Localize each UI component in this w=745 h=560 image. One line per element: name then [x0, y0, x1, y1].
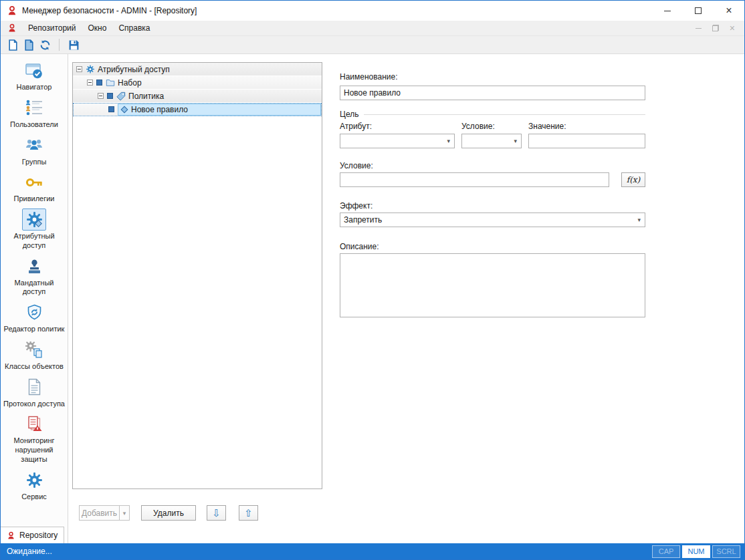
sidebar-item-label: Привилегии: [3, 194, 65, 204]
node-state-checkbox[interactable]: [108, 106, 114, 112]
mdi-restore-button[interactable]: [712, 25, 719, 31]
access-log-icon: [25, 378, 43, 396]
groups-icon: [25, 136, 43, 154]
add-button[interactable]: Добавить ▾: [79, 505, 130, 521]
sidebar-item-label: Пользователи: [3, 120, 65, 130]
attribute-label: Атрибут:: [340, 122, 372, 131]
sidebar-item-label: Атрибутный доступ: [3, 232, 65, 251]
effect-combobox[interactable]: Запретить ▾: [340, 213, 645, 227]
new-document-button[interactable]: [5, 37, 21, 53]
collapse-icon[interactable]: [76, 66, 82, 72]
key-icon: [25, 174, 43, 191]
mdi-close-button[interactable]: ×: [730, 23, 735, 33]
repository-tab-label: Repository: [19, 531, 58, 540]
tree-row-new-rule[interactable]: Новое правило: [73, 103, 322, 116]
sidebar-item-label: Классы объектов: [3, 362, 65, 372]
menu-help[interactable]: Справка: [112, 21, 156, 35]
sidebar-item-service[interactable]: Сервис: [2, 469, 66, 502]
maximize-button[interactable]: [683, 1, 714, 21]
sidebar-item-label: Редактор политик: [3, 325, 65, 334]
maximize-icon: [695, 7, 702, 14]
sidebar-item-groups[interactable]: Группы: [2, 134, 66, 167]
gear-node-icon: [86, 65, 95, 74]
folder-node-icon: [106, 78, 115, 87]
scroll-lock-indicator: SCRL: [712, 545, 740, 558]
sidebar-item-policy-editor[interactable]: Редактор политик: [2, 301, 66, 334]
description-textarea[interactable]: [340, 253, 645, 317]
tree-node-label: Атрибутный доступ: [98, 65, 170, 74]
policy-editor-icon: [25, 304, 43, 321]
name-input[interactable]: [340, 86, 645, 100]
chevron-down-icon: ▾: [514, 138, 518, 144]
minimize-button[interactable]: [652, 1, 683, 21]
policy-tree: Атрибутный доступ Набор Поли: [72, 62, 322, 489]
app-logo-icon: [7, 5, 17, 16]
content-area: Атрибутный доступ Набор Поли: [68, 54, 744, 543]
tree-node-label: Новое правило: [131, 105, 188, 114]
menu-repository[interactable]: Репозиторий: [22, 21, 82, 35]
sidebar-item-violation-monitoring[interactable]: Мониторинг нарушений защиты: [2, 413, 66, 464]
tree-actions: Добавить ▾ Удалить ⇩ ⇧: [72, 505, 258, 521]
sidebar-item-access-log[interactable]: Протокол доступа: [2, 376, 66, 409]
add-button-label: Добавить: [79, 505, 120, 521]
sidebar-item-label: Навигатор: [3, 83, 65, 92]
chevron-down-icon: ▾: [637, 217, 641, 223]
sidebar-item-privileges[interactable]: Привилегии: [2, 171, 66, 204]
attribute-access-icon: [25, 211, 43, 228]
close-button[interactable]: ×: [714, 1, 744, 21]
titlebar: Менеджер безопасности - ADMIN - [Reposit…: [1, 1, 744, 21]
move-down-button[interactable]: ⇩: [207, 505, 226, 521]
delete-button[interactable]: Удалить: [141, 505, 196, 521]
refresh-button[interactable]: [37, 37, 53, 53]
description-label: Описание:: [340, 242, 379, 251]
tree-node-label: Политика: [128, 92, 164, 101]
menu-window[interactable]: Окно: [82, 21, 113, 35]
condition-input[interactable]: [340, 172, 609, 187]
new-document-icon: [7, 39, 19, 51]
attribute-combobox[interactable]: ▾: [340, 134, 455, 148]
repository-tab[interactable]: Repository: [1, 527, 64, 543]
menubar: Репозиторий Окно Справка ×: [1, 21, 744, 36]
value-input[interactable]: [528, 134, 645, 148]
caps-lock-indicator: CAP: [652, 545, 680, 558]
save-button[interactable]: [66, 37, 82, 53]
tree-row-policy[interactable]: Политика: [73, 90, 322, 103]
sidebar-item-attribute-access[interactable]: Атрибутный доступ: [2, 208, 66, 251]
statusbar: Ожидание... CAP NUM SCRL: [1, 543, 744, 559]
navigator-icon: [25, 62, 43, 80]
toolbar: [1, 36, 744, 54]
mdi-child-icon: [7, 23, 17, 33]
sidebar-item-navigator[interactable]: Навигатор: [2, 59, 66, 92]
tag-node-icon: [116, 92, 126, 101]
function-editor-button[interactable]: f(x): [621, 172, 645, 187]
tree-row-set[interactable]: Набор: [73, 76, 322, 90]
node-state-checkbox[interactable]: [96, 80, 102, 86]
sidebar-item-users[interactable]: Пользователи: [2, 97, 66, 130]
chevron-down-icon: ▾: [447, 138, 451, 144]
minimize-icon: [664, 11, 671, 11]
collapse-icon[interactable]: [98, 93, 104, 99]
mdi-restore-icon: [712, 25, 719, 31]
node-state-checkbox[interactable]: [107, 93, 113, 99]
sidebar-item-object-classes[interactable]: Классы объектов: [2, 339, 66, 372]
sidebar-item-mandatory-access[interactable]: Мандатный доступ: [2, 255, 66, 297]
move-up-button[interactable]: ⇧: [239, 505, 258, 521]
condition-combobox[interactable]: ▾: [461, 134, 522, 148]
sidebar: Навигатор Пользователи: [1, 54, 68, 543]
sidebar-item-label: Мандатный доступ: [3, 279, 65, 297]
sidebar-item-label: Группы: [3, 158, 65, 167]
open-document-button[interactable]: [21, 37, 37, 53]
violation-monitoring-icon: [25, 416, 43, 433]
status-text: Ожидание...: [7, 547, 52, 556]
add-dropdown-arrow-icon[interactable]: ▾: [120, 505, 130, 521]
mdi-minimize-button[interactable]: [696, 28, 702, 29]
tree-row-attribute-access[interactable]: Атрибутный доступ: [73, 63, 322, 76]
save-icon: [68, 39, 80, 51]
mdi-close-icon: ×: [730, 23, 735, 33]
diamond-node-icon: [120, 106, 128, 114]
app-window: Менеджер безопасности - ADMIN - [Reposit…: [0, 0, 745, 560]
users-list-icon: [25, 99, 43, 116]
service-gear-icon: [25, 472, 43, 488]
refresh-icon: [39, 39, 51, 51]
collapse-icon[interactable]: [87, 80, 93, 86]
